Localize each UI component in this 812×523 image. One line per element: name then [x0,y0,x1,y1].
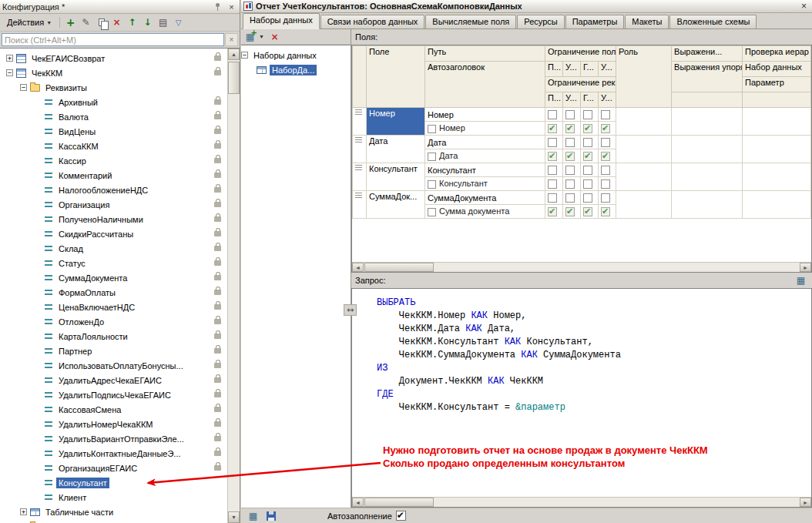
expand-icon[interactable]: + [20,508,27,515]
autofill-group[interactable]: Автозаполнение [327,511,406,521]
field-path-cell[interactable]: СуммаДокумента [425,191,545,205]
tab-parameters[interactable]: Параметры [565,15,625,28]
hierarchy-check-cell[interactable] [743,191,811,219]
auto-title-checkbox[interactable] [428,125,436,133]
query-hscrollbar[interactable]: ◄ ► [352,497,811,507]
col-restriction-g[interactable]: Г... [581,62,599,77]
config-tree-item[interactable]: КассаККМ [0,139,227,153]
unchecked-checkbox[interactable] [601,179,610,189]
role-cell[interactable] [616,191,672,219]
config-tree-item[interactable]: Валюта [0,109,227,124]
scroll-right-icon[interactable]: ► [800,263,811,272]
scroll-left-icon[interactable]: ◄ [352,498,364,507]
restriction-checkbox-cell[interactable] [599,122,616,136]
expression-cell[interactable] [672,108,743,136]
restriction-checkbox-cell[interactable] [581,122,599,136]
role-cell[interactable] [616,136,672,163]
collapse-icon[interactable]: − [20,84,27,91]
restriction-checkbox-cell[interactable] [563,177,581,191]
auto-title-checkbox[interactable] [428,208,436,216]
restriction-checkbox-cell[interactable] [599,205,616,219]
config-tree-item[interactable]: ВидЦены [0,124,227,139]
unchecked-checkbox[interactable] [565,193,575,203]
field-name-cell[interactable]: СуммаДок... [367,191,425,219]
config-tree-item[interactable]: ФормаОплаты [0,285,227,300]
config-tree-item[interactable]: Комментарий [0,168,227,183]
config-tree-item[interactable]: Склад [0,241,227,256]
col-restriction-u3[interactable]: У... [563,92,581,108]
search-input[interactable] [2,33,224,46]
config-tree-item[interactable]: СуммаДокумента [0,270,227,285]
unchecked-checkbox[interactable] [601,110,610,119]
scroll-up-icon[interactable]: ▲ [228,49,240,60]
checked-checkbox[interactable] [601,124,610,133]
col-role[interactable]: Роль [616,46,672,108]
col-expression[interactable]: Выражени... [672,46,743,62]
tab-dataset-links[interactable]: Связи наборов данных [320,15,425,28]
restriction-checkbox-cell[interactable] [599,136,616,149]
field-path-cell[interactable]: Номер [425,108,545,122]
hierarchy-check-cell[interactable] [743,108,811,136]
restriction-checkbox-cell[interactable] [599,108,616,122]
auto-title-cell[interactable]: Дата [425,149,545,163]
config-tree-item[interactable]: УдалитьВариантОтправкиЭле... [0,431,227,446]
checked-checkbox[interactable] [548,207,557,216]
config-tree-item[interactable]: +ЧекЕГАИСВозврат [0,51,227,65]
config-tree-item[interactable]: СкидкиРассчитаны [0,226,227,241]
collapse-icon[interactable]: − [6,69,13,76]
datasets-root-item[interactable]: − Наборы данных [241,48,351,62]
col-auto-header[interactable]: Автозаголовок [425,62,545,108]
checked-checkbox[interactable] [548,152,557,161]
collapse-icon[interactable]: − [241,52,248,59]
restriction-checkbox-cell[interactable] [581,163,599,177]
config-tree-item[interactable]: Партнер [0,344,227,358]
unchecked-checkbox[interactable] [565,110,575,119]
document-list-icon[interactable]: ▤ [156,15,170,30]
config-tree-item[interactable]: ОрганизацияЕГАИС [0,461,227,475]
col-restriction-u1[interactable]: У... [563,62,581,77]
restriction-checkbox-cell[interactable] [581,136,599,149]
config-tree-item[interactable]: Клиент [0,490,227,505]
save-icon[interactable] [263,508,278,523]
field-path-cell[interactable]: Консультант [425,163,545,177]
row-handle[interactable] [353,163,367,191]
restriction-checkbox-cell[interactable] [545,191,563,205]
unchecked-checkbox[interactable] [548,179,557,189]
unchecked-checkbox[interactable] [583,110,592,119]
scrollbar-thumb[interactable] [364,263,434,272]
unchecked-checkbox[interactable] [565,166,575,175]
col-restriction-g2[interactable]: Г... [581,92,599,108]
pin-icon[interactable] [212,2,223,12]
checked-checkbox[interactable] [583,124,592,133]
clear-search-icon[interactable]: × [225,33,238,46]
unchecked-checkbox[interactable] [583,179,592,189]
auto-title-cell[interactable]: Сумма документа [425,205,545,219]
restriction-checkbox-cell[interactable] [581,149,599,163]
checked-checkbox[interactable] [548,124,557,133]
config-tree-item[interactable]: КартаЛояльности [0,329,227,344]
scrollbar-thumb[interactable] [364,498,434,507]
config-tree-item[interactable]: Организация [0,197,227,212]
unchecked-checkbox[interactable] [601,138,610,147]
close-icon[interactable]: × [226,2,237,12]
auto-title-cell[interactable]: Номер [425,122,545,136]
config-tree-scrollbar[interactable]: ▲ ▼ [227,49,240,523]
restriction-checkbox-cell[interactable] [545,108,563,122]
field-name-cell[interactable]: Дата [367,136,425,163]
restriction-checkbox-cell[interactable] [545,122,563,136]
config-tree-item[interactable]: УдалитьКонтактныеДанныеЭ... [0,446,227,461]
config-tree-item[interactable]: ПолученоНаличными [0,212,227,226]
field-path-cell[interactable]: Дата [425,136,545,149]
chevron-down-icon[interactable]: ▼ [259,34,266,39]
restriction-checkbox-cell[interactable] [563,205,581,219]
unchecked-checkbox[interactable] [548,193,557,203]
config-tree-item[interactable]: Кассир [0,153,227,168]
checked-checkbox[interactable] [565,207,575,216]
restriction-checkbox-cell[interactable] [563,108,581,122]
config-tree-item[interactable]: УдалитьПодписьЧекаЕГАИС [0,387,227,402]
add-dataset-icon[interactable]: ▦ + [243,29,257,44]
config-tree-item[interactable]: +Табличные части [0,505,227,519]
config-tree-item[interactable]: Статус [0,256,227,270]
filter-icon[interactable]: ▽ [171,15,186,30]
col-field-restriction[interactable]: Ограничение поля [545,46,616,62]
